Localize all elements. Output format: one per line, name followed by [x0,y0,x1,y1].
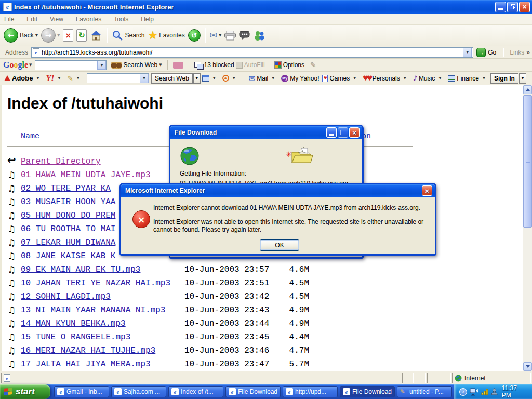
yahoo-pencil-button[interactable]: ✎ ▼ [67,74,83,83]
yahoo-logo-button[interactable]: Y! ▼ [46,74,64,83]
music-dropdown-icon[interactable]: ▼ [438,76,442,80]
dialog-close-button[interactable]: × [349,127,360,138]
refresh-button[interactable]: ↻ [76,29,87,42]
file-link[interactable]: Parent Directory [21,157,101,166]
finance-button[interactable]: Finance ▼ [448,75,489,82]
menu-item-tools[interactable]: Tools [114,16,128,23]
minimize-button[interactable] [495,2,506,12]
file-link[interactable]: 02 WO TERE PYAR KA [21,184,111,193]
file-link[interactable]: 17 JALTA HAI JIYA MERA.mp3 [21,360,151,369]
adobe-button[interactable]: Adobe ▼ [4,74,43,82]
pencil-dropdown-icon[interactable]: ▼ [76,76,80,80]
search-button[interactable]: Search [112,30,144,41]
address-dropdown-button[interactable]: ▼ [463,48,472,57]
ok-button[interactable]: OK [260,239,299,251]
page-info-button[interactable] [173,62,183,69]
home-button[interactable] [90,29,102,42]
options-button[interactable]: Options [274,61,304,69]
my-yahoo-button[interactable]: My My Yahoo! [281,75,319,82]
yahoo-search-web-button[interactable]: Search Web [151,73,193,84]
file-link[interactable]: 10 JAHAN TERI YE NAZAR HAI.mp3 [21,278,170,288]
yahoo-dropdown-icon[interactable]: ▼ [57,76,61,80]
search-web-dropdown-icon[interactable]: ▼ [159,63,162,67]
yahoo-window-button[interactable]: ▼ [202,75,219,82]
autofill-button[interactable]: AutoFill [236,61,265,69]
music-button[interactable]: ♪ Music ▼ [413,74,445,82]
google-logo[interactable]: Google [3,60,28,70]
start-button[interactable]: start [0,384,50,399]
messenger-button[interactable] [254,30,265,41]
file-link[interactable]: 09 EK MAIN AUR EK TU.mp3 [21,265,140,274]
dialog-minimize-button[interactable] [326,127,337,138]
scrollbar-thumb[interactable] [523,95,532,228]
favorites-button[interactable]: ★ Favorites [148,29,185,42]
finance-dropdown-icon[interactable]: ▼ [482,76,486,80]
back-dropdown-icon[interactable]: ▼ [35,33,38,37]
google-search-input[interactable]: ▼ [35,60,107,70]
file-link[interactable]: 12 SOHNI LAGDI.mp3 [21,292,111,301]
adobe-dropdown-icon[interactable]: ▼ [36,76,39,80]
mail-dropdown-icon[interactable]: ▼ [219,33,221,37]
address-input[interactable]: e http://arch119.kicks-ass.org/tutuhaiwo… [31,47,473,58]
google-dropdown-icon[interactable]: ▼ [29,63,32,67]
menu-item-favorites[interactable]: Favorites [76,16,101,23]
taskbar-clock[interactable]: 11:37 PM [502,384,528,399]
menu-item-view[interactable]: View [50,16,63,23]
edit-discuss-button[interactable] [239,31,250,41]
error-dialog-titlebar[interactable]: Microsoft Internet Explorer × [121,184,435,197]
file-link[interactable]: 05 HUM DONO DO PREM [21,211,115,220]
menu-item-file[interactable]: File [4,16,14,23]
taskbar-task-6[interactable]: eFile Download [340,386,395,397]
mail-dropdown-icon[interactable]: ▼ [271,76,275,80]
scroll-down-button[interactable] [523,362,532,371]
file-link[interactable]: 07 LEKAR HUM DIWANA [21,238,115,247]
yahoo-target-button[interactable]: ▼ [222,75,239,82]
file-link[interactable]: 08 JANE KAISE KAB K [21,251,115,261]
taskbar-task-2[interactable]: eSajha.com ... [111,386,166,397]
window-dropdown-icon[interactable]: ▼ [212,76,216,80]
yahoo-search-web-dropdown[interactable]: ▼ [193,73,201,84]
close-button[interactable]: × [519,2,530,12]
games-dropdown-icon[interactable]: ▼ [353,76,356,80]
print-button[interactable] [224,31,236,41]
history-button[interactable]: ↺ [188,29,201,42]
taskbar-task-3[interactable]: eIndex of /t... [168,386,223,397]
personals-dropdown-icon[interactable]: ▼ [403,76,407,80]
file-link[interactable]: 14 MAN KYUN BEHKA.mp3 [21,319,126,328]
yahoo-search-dropdown[interactable]: ▼ [140,74,149,83]
mail-button[interactable]: ✉ ▼ [210,30,222,41]
highlighter-icon[interactable]: ✎ [310,61,316,69]
games-button[interactable]: ♥ Games ▼ [322,75,360,82]
vertical-scrollbar[interactable] [523,85,532,371]
taskbar-task-5[interactable]: ehttp://upd... [283,386,338,397]
signal-strength-icon[interactable] [481,388,488,395]
popup-blocked-button[interactable]: 13 blocked [194,61,234,69]
file-link[interactable]: 01 HAWA MEIN UDTA JAYE.mp3 [21,170,151,180]
file-link[interactable]: 03 MUSAFIR HOON YAA [21,197,115,207]
restore-button[interactable] [507,2,518,12]
taskbar-task-1[interactable]: eGmail - Inb... [54,386,109,397]
back-button[interactable]: ← Back ▼ [4,28,38,43]
file-link[interactable]: 16 MERI NAZAR HAI TUJHE.mp3 [21,346,155,355]
address-url[interactable]: http://arch119.kicks-ass.org/tutuhaiwohi… [42,49,152,56]
links-label[interactable]: Links [510,49,524,56]
sign-in-button[interactable]: Sign In [490,73,518,84]
taskbar-task-4[interactable]: eFile Download [225,386,281,397]
menu-item-edit[interactable]: Edit [26,16,37,23]
google-search-dropdown[interactable]: ▼ [97,61,106,70]
yahoo-mail-button[interactable]: ✉ Mail ▼ [249,74,278,83]
google-search-web-button[interactable]: Search Web ▼ [111,61,162,69]
network-icon[interactable] [470,388,478,396]
taskbar-task-7[interactable]: ✎untitled - P... [397,386,452,397]
file-link[interactable]: 15 TUNE O RANGEELE.mp3 [21,332,130,342]
messenger-buddy-icon[interactable] [491,388,498,395]
yahoo-search-input[interactable]: ▼ [87,73,149,83]
download-dialog-titlebar[interactable]: File Download × [170,126,362,139]
stop-button[interactable]: × [63,29,73,42]
file-link[interactable]: 13 NI MAIN YAAR MANANA NI.mp3 [21,305,165,315]
forward-button[interactable]: → ▼ [41,28,60,43]
go-button[interactable]: → Go [476,48,496,57]
links-chevron-icon[interactable]: » [526,49,530,56]
column-header-name[interactable]: Name [21,132,39,141]
target-dropdown-icon[interactable]: ▼ [232,76,236,80]
